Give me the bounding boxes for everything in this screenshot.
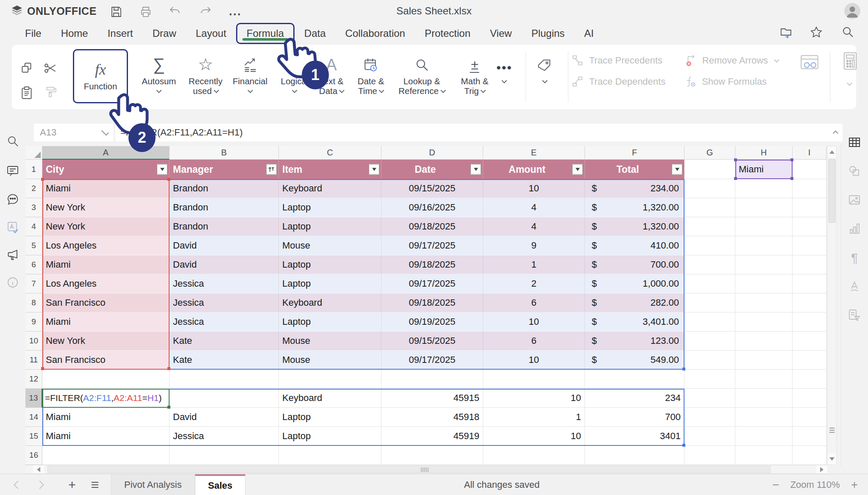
chevron-down-icon[interactable] xyxy=(248,88,253,93)
ribbon-button-math-trig[interactable]: ±Math &Trig xyxy=(461,50,489,96)
spellcheck-icon[interactable] xyxy=(6,221,19,234)
horizontal-scrollbar[interactable] xyxy=(25,465,827,474)
cell-A2[interactable]: Miami xyxy=(42,179,170,198)
cell-C10[interactable]: Mouse xyxy=(279,332,381,351)
cell-I14[interactable] xyxy=(793,408,826,427)
cell-A10[interactable]: New York xyxy=(42,332,170,351)
chevron-down-icon[interactable] xyxy=(379,88,384,93)
remove-arrows-button[interactable]: Remove Arrows xyxy=(702,55,768,66)
column-header-G[interactable]: G xyxy=(684,146,735,160)
chevron-down-icon[interactable] xyxy=(339,88,345,93)
function-button[interactable]: fx Function 2 xyxy=(73,49,128,103)
sheet-tab-sales[interactable]: Sales xyxy=(195,474,246,495)
cell-E8[interactable]: 6 xyxy=(483,293,585,312)
cell-E3[interactable]: 4 xyxy=(483,198,585,217)
cell-D10[interactable]: 09/15/2025 xyxy=(381,332,483,351)
filter-button[interactable] xyxy=(470,164,481,175)
row-header-16[interactable]: 16 xyxy=(25,446,42,465)
cell-B4[interactable]: Brandon xyxy=(170,217,279,236)
tab-ai[interactable]: AI xyxy=(574,22,604,45)
table-header-total[interactable]: Total xyxy=(585,160,684,179)
cell-D16[interactable] xyxy=(381,446,483,465)
row-header-1[interactable]: 1 xyxy=(25,160,42,179)
cell-G9[interactable] xyxy=(684,312,735,332)
cell-D2[interactable]: 09/15/2025 xyxy=(381,179,483,198)
scroll-right-button[interactable] xyxy=(816,465,827,473)
tab-collaboration[interactable]: Collaboration xyxy=(336,22,415,45)
filter-button[interactable] xyxy=(572,164,583,175)
cell-B3[interactable]: Brandon xyxy=(170,198,279,217)
cell-H6[interactable] xyxy=(735,255,793,274)
cell-F9[interactable]: $3,401.00 xyxy=(585,312,684,332)
row-header-11[interactable]: 11 xyxy=(25,351,42,370)
cell-B11[interactable]: Kate xyxy=(170,351,279,370)
avatar[interactable] xyxy=(844,3,860,19)
cell-F16[interactable] xyxy=(585,446,684,465)
cell-I4[interactable] xyxy=(793,217,826,236)
vertical-scroll-thumb[interactable] xyxy=(829,159,835,223)
show-formulas-button[interactable]: Show Formulas xyxy=(702,76,767,87)
row-header-5[interactable]: 5 xyxy=(25,236,42,255)
cell-F10[interactable]: $123.00 xyxy=(585,332,684,351)
cell-B2[interactable]: Brandon xyxy=(170,179,279,198)
tab-formula[interactable]: Formula 1 xyxy=(236,23,295,44)
cell-H13[interactable] xyxy=(735,389,793,408)
cell-B16[interactable] xyxy=(170,446,279,465)
cell-B12[interactable] xyxy=(170,370,279,389)
cell-H11[interactable] xyxy=(735,351,793,370)
cell-G6[interactable] xyxy=(684,255,735,274)
cell-A12[interactable] xyxy=(42,370,170,389)
filter-button[interactable] xyxy=(369,164,379,175)
remove-arrows-icon[interactable] xyxy=(684,54,697,67)
ribbon-button-recently-used[interactable]: ☆Recentlyused xyxy=(189,50,223,96)
scroll-left-button[interactable] xyxy=(33,465,44,473)
chevron-down-icon[interactable] xyxy=(774,57,779,63)
cell-B13[interactable] xyxy=(170,389,279,408)
cell-D11[interactable]: 09/17/2025 xyxy=(381,351,483,370)
vertical-scrollbar[interactable] xyxy=(827,146,837,465)
cell-I10[interactable] xyxy=(793,332,826,351)
cell-B9[interactable]: Jessica xyxy=(170,312,279,332)
cell-G4[interactable] xyxy=(684,217,735,236)
cell-G7[interactable] xyxy=(684,274,735,293)
cell-G16[interactable] xyxy=(684,446,735,465)
cell-E5[interactable]: 9 xyxy=(483,236,585,255)
name-box[interactable]: A13 xyxy=(34,124,114,141)
cell-E14[interactable]: 1 xyxy=(483,408,585,427)
next-sheet-button[interactable] xyxy=(31,474,48,495)
cell-B15[interactable]: Jessica xyxy=(170,427,279,446)
cell-C15[interactable]: Laptop xyxy=(279,427,381,446)
row-header-7[interactable]: 7 xyxy=(25,274,42,293)
cut-icon[interactable] xyxy=(43,61,58,75)
cell-D4[interactable]: 09/18/2025 xyxy=(381,217,483,236)
row-header-10[interactable]: 10 xyxy=(25,332,42,351)
row-header-9[interactable]: 9 xyxy=(25,312,42,332)
table-header-amount[interactable]: Amount xyxy=(483,160,585,179)
cell-C6[interactable]: Laptop xyxy=(279,255,381,274)
cell-D8[interactable]: 09/18/2025 xyxy=(381,293,483,312)
column-header-E[interactable]: E xyxy=(483,146,585,160)
cell-E2[interactable]: 10 xyxy=(483,179,585,198)
cell-H15[interactable] xyxy=(735,427,793,446)
chevron-down-icon[interactable] xyxy=(292,88,298,93)
column-header-D[interactable]: D xyxy=(381,146,483,160)
cell-G11[interactable] xyxy=(684,351,735,370)
ribbon-more-functions[interactable]: ••• xyxy=(496,50,512,84)
comments-icon[interactable] xyxy=(6,164,19,178)
cell-I5[interactable] xyxy=(793,236,826,255)
cell-G5[interactable] xyxy=(684,236,735,255)
cell-F8[interactable]: $282.00 xyxy=(585,293,684,312)
cell-C5[interactable]: Mouse xyxy=(279,236,381,255)
row-header-14[interactable]: 14 xyxy=(25,408,42,427)
cell-G15[interactable] xyxy=(684,427,735,446)
row-header-8[interactable]: 8 xyxy=(25,293,42,312)
row-header-6[interactable]: 6 xyxy=(25,255,42,274)
cell-F15[interactable]: 3401 xyxy=(585,427,684,446)
sheet-list-icon[interactable] xyxy=(86,474,103,495)
row-header-15[interactable]: 15 xyxy=(25,427,42,446)
cell-D15[interactable]: 45919 xyxy=(381,427,483,446)
cell-B14[interactable]: David xyxy=(170,408,279,427)
cell-A14[interactable]: Miami xyxy=(42,408,170,427)
cell-F7[interactable]: $1,000.00 xyxy=(585,274,684,293)
split-handle[interactable] xyxy=(829,428,835,429)
